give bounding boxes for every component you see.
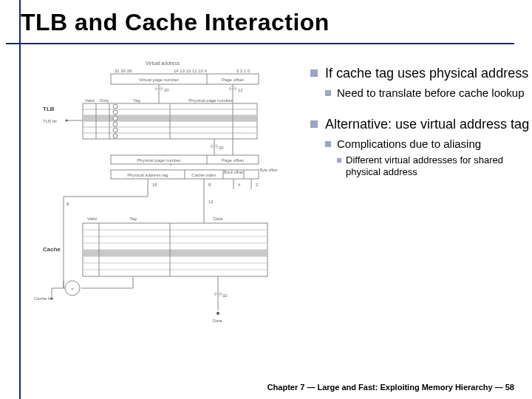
svg-text:Byte offset: Byte offset <box>260 168 278 172</box>
va-label: Virtual address <box>146 61 180 66</box>
cache-table <box>83 214 267 276</box>
bullet-icon <box>337 158 341 163</box>
svg-text:Virtual page number: Virtual page number <box>139 78 179 82</box>
svg-text:Valid: Valid <box>85 98 95 103</box>
svg-text:Tag: Tag <box>133 98 140 103</box>
svg-text:Physical page number: Physical page number <box>188 98 232 103</box>
bullet-icon <box>310 69 318 77</box>
cache-hit-label: Cache hit <box>34 296 53 301</box>
svg-text:Tag: Tag <box>129 216 137 221</box>
data-out-label: Data <box>213 318 222 323</box>
svg-text:12: 12 <box>238 88 243 92</box>
svg-text:8: 8 <box>66 202 69 206</box>
svg-point-28 <box>113 122 117 126</box>
bullet-icon <box>325 141 331 147</box>
bullet-l1: If cache tag uses physical address Need … <box>310 65 532 109</box>
svg-point-25 <box>113 104 117 109</box>
svg-text:=: = <box>71 287 74 291</box>
bullet-l3: Different virtual addresses for shared p… <box>337 154 532 179</box>
bullet-text: If cache tag uses physical address <box>325 66 528 81</box>
svg-text:Physical address tag: Physical address tag <box>127 173 168 177</box>
bullet-text: Complications due to aliasing <box>337 137 481 150</box>
svg-text:Dirty: Dirty <box>100 98 109 103</box>
slide-footer: Chapter 7 — Large and Fast: Exploiting M… <box>267 383 514 392</box>
svg-text:31 30 29: 31 30 29 <box>115 69 132 73</box>
svg-point-80 <box>216 312 219 315</box>
svg-point-32 <box>66 120 68 122</box>
bullet-text: Alternative: use virtual address tag <box>325 117 529 132</box>
svg-text:3 2 1 0: 3 2 1 0 <box>236 69 250 73</box>
tlb-label: TLB <box>43 106 55 112</box>
svg-text:14 13 12 11 10 9: 14 13 12 11 10 9 <box>174 69 208 73</box>
tlb-cache-diagram: Virtual address 31 30 29 14 13 12 11 10 … <box>30 59 296 369</box>
bullet-l2: Need to translate before cache lookup <box>325 86 532 100</box>
tlb-table <box>83 103 257 139</box>
svg-point-29 <box>113 128 117 132</box>
svg-point-26 <box>113 110 117 115</box>
svg-text:Physical page number: Physical page number <box>137 158 180 163</box>
svg-text:18: 18 <box>152 183 157 187</box>
bullet-l1: Alternative: use virtual address tag Com… <box>310 116 532 187</box>
bullet-l2: Complications due to aliasing Different … <box>325 137 532 178</box>
svg-text:20: 20 <box>164 88 169 92</box>
bullet-list: If cache tag uses physical address Need … <box>310 65 532 196</box>
bullet-text: Different virtual addresses for shared p… <box>346 154 532 179</box>
tlb-hit-label: TLB hit <box>43 119 57 123</box>
svg-text:Cache index: Cache index <box>191 173 216 177</box>
bullet-icon <box>310 120 318 128</box>
svg-rect-66 <box>83 250 267 256</box>
bullet-icon <box>325 90 331 96</box>
page-title: TLB and Cache Interaction <box>21 9 532 36</box>
cache-label: Cache <box>43 246 61 253</box>
svg-point-30 <box>113 134 117 138</box>
svg-text:4: 4 <box>238 183 241 187</box>
svg-text:20: 20 <box>219 146 224 150</box>
svg-point-77 <box>51 298 53 300</box>
svg-text:Block offset: Block offset <box>224 170 243 174</box>
svg-text:8: 8 <box>208 183 211 187</box>
svg-point-27 <box>113 116 117 120</box>
svg-text:Data: Data <box>214 216 223 221</box>
svg-text:Page offset: Page offset <box>222 158 245 163</box>
svg-text:Page offset: Page offset <box>222 78 245 82</box>
svg-text:12: 12 <box>208 200 214 204</box>
svg-text:32: 32 <box>222 293 228 298</box>
svg-text:2: 2 <box>256 183 259 187</box>
svg-text:Valid: Valid <box>87 216 97 221</box>
bullet-text: Need to translate before cache lookup <box>337 86 532 100</box>
